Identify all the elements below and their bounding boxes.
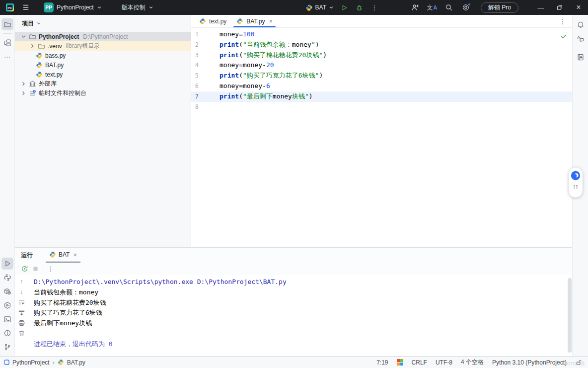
code-line-1[interactable]: 1money=100 bbox=[191, 29, 572, 40]
console-scrollbar[interactable] bbox=[568, 278, 572, 353]
inspections-ok-icon[interactable] bbox=[560, 33, 567, 40]
line-number[interactable]: 8 bbox=[191, 102, 199, 112]
code-line-3[interactable]: 3print("购买了棉花糖花费20块钱") bbox=[191, 50, 572, 61]
breadcrumb-project[interactable]: PythonProject bbox=[12, 359, 50, 366]
prev-occurrence-button[interactable]: ↑ bbox=[20, 277, 23, 285]
run-tab-label: BAT bbox=[59, 251, 70, 258]
encoding-widget[interactable]: UTF-8 bbox=[436, 359, 452, 366]
code-line-4[interactable]: 4money=money-20 bbox=[191, 60, 572, 71]
tree-item-.venv[interactable]: .venvlibrary根目录 bbox=[15, 41, 191, 51]
more-run-actions-button[interactable]: ⋮ bbox=[368, 1, 380, 13]
tree-item--[interactable]: 外部库 bbox=[15, 79, 191, 89]
vcs-widget[interactable]: 版本控制 bbox=[118, 1, 157, 13]
terminal-button[interactable] bbox=[1, 313, 13, 325]
line-number[interactable]: 1 bbox=[191, 29, 199, 40]
line-number[interactable]: 6 bbox=[191, 81, 199, 92]
tree-item--[interactable]: 临时文件和控制台 bbox=[15, 89, 191, 98]
caret-position[interactable]: 7:19 bbox=[376, 359, 388, 366]
code-line-8[interactable]: 8 bbox=[191, 102, 572, 112]
run-tab-close-icon[interactable]: × bbox=[72, 252, 77, 258]
settings-notification-dot bbox=[468, 3, 471, 6]
notifications-button[interactable] bbox=[575, 19, 587, 31]
interpreter-widget[interactable]: Python 3.10 (PythonProject) bbox=[492, 359, 567, 366]
breadcrumb-file[interactable]: BAT.py bbox=[67, 359, 85, 366]
line-number[interactable]: 7 bbox=[191, 92, 199, 102]
debug-button[interactable] bbox=[354, 1, 366, 13]
problems-icon bbox=[3, 329, 11, 337]
indent-widget[interactable]: 4 个空格 bbox=[461, 358, 484, 367]
unlock-pro-button[interactable]: 解锁 Pro bbox=[481, 2, 518, 13]
editor-tab-text.py[interactable]: text.py bbox=[194, 15, 231, 27]
search-everywhere-button[interactable] bbox=[443, 1, 455, 13]
editor-tabs: text.pyBAT.py× bbox=[194, 15, 278, 27]
tab-close-icon[interactable]: × bbox=[268, 18, 273, 24]
settings-button[interactable] bbox=[460, 1, 472, 13]
run-config-name: BAT bbox=[315, 4, 326, 11]
code-editor[interactable]: 1money=1002print("当前钱包余额：money")3print("… bbox=[191, 28, 572, 247]
project-tool-button[interactable] bbox=[1, 18, 13, 30]
restore-button[interactable] bbox=[550, 0, 569, 15]
chevron-down-icon[interactable] bbox=[36, 21, 41, 26]
version-control-button[interactable] bbox=[1, 341, 13, 353]
floating-assistant-button[interactable] bbox=[569, 168, 583, 197]
run-tool-button[interactable] bbox=[1, 258, 13, 270]
services-icon bbox=[3, 301, 11, 309]
soft-wrap-button[interactable] bbox=[18, 298, 25, 306]
close-button[interactable]: × bbox=[569, 0, 588, 15]
run-toolbar: ⋮ bbox=[15, 263, 572, 275]
input-method-icon[interactable] bbox=[397, 359, 403, 366]
chevron-down-icon bbox=[329, 5, 334, 10]
line-number[interactable]: 4 bbox=[191, 60, 199, 71]
dictionary-book-icon: A bbox=[577, 53, 585, 61]
code-with-me-button[interactable] bbox=[409, 1, 421, 13]
python-packages-button[interactable] bbox=[1, 285, 13, 297]
project-panel-title: 项目 bbox=[22, 19, 34, 28]
rerun-button[interactable] bbox=[21, 265, 28, 273]
pycharm-logo[interactable]: PC bbox=[4, 1, 16, 13]
tree-item-label: .venv bbox=[48, 43, 62, 50]
more-tools-button[interactable]: ⋯ bbox=[1, 51, 13, 63]
line-number[interactable]: 3 bbox=[191, 50, 199, 61]
code-line-7[interactable]: 7print("最后剩下money块钱") bbox=[191, 92, 572, 102]
line-separator-widget[interactable]: CRLF bbox=[412, 359, 427, 366]
minimize-button[interactable]: — bbox=[531, 0, 550, 15]
run-tool-icon bbox=[3, 260, 11, 268]
python-console-button[interactable] bbox=[1, 272, 13, 283]
tree-item-bass.py[interactable]: bass.py bbox=[15, 51, 191, 60]
problems-button[interactable] bbox=[1, 327, 13, 339]
code-line-2[interactable]: 2print("当前钱包余额：money") bbox=[191, 40, 572, 50]
editor-options-button[interactable]: ⋮ bbox=[559, 15, 572, 27]
editor-tab-BAT.py[interactable]: BAT.py× bbox=[231, 15, 278, 27]
run-tab-bat[interactable]: BAT × bbox=[46, 248, 80, 263]
left-tool-strip: ⋯ bbox=[0, 15, 15, 356]
code-line-5[interactable]: 5print("购买了巧克力花了6块钱") bbox=[191, 71, 572, 81]
run-button[interactable] bbox=[339, 1, 351, 13]
print-button[interactable] bbox=[18, 319, 25, 327]
run-panel-title: 运行 bbox=[21, 248, 33, 263]
folder-icon bbox=[3, 20, 11, 28]
next-occurrence-button[interactable]: ↓ bbox=[20, 287, 23, 296]
code-text: print("购买了巧克力花了6块钱") bbox=[199, 71, 323, 81]
tree-item-PythonProject[interactable]: PythonProjectD:\PythonProject bbox=[15, 32, 191, 41]
search-icon bbox=[445, 3, 453, 11]
run-config-selector[interactable]: BAT bbox=[303, 1, 336, 13]
main-menu-button[interactable]: ☰ bbox=[20, 1, 32, 13]
ai-assistant-button[interactable] bbox=[575, 33, 587, 45]
tree-item-text.py[interactable]: text.py bbox=[15, 70, 191, 79]
translate-button[interactable]: 文A bbox=[426, 1, 438, 13]
scroll-to-end-button[interactable] bbox=[18, 308, 25, 317]
drag-handle[interactable] bbox=[574, 185, 578, 188]
services-button[interactable] bbox=[1, 299, 13, 311]
tree-item-BAT.py[interactable]: BAT.py bbox=[15, 60, 191, 70]
code-text: print("购买了棉花糖花费20块钱") bbox=[199, 50, 327, 61]
project-widget[interactable]: PP PythonProject bbox=[40, 1, 106, 13]
console-output[interactable]: D:\PythonProject\.venv\Scripts\python.ex… bbox=[28, 275, 572, 356]
run-more-options-button[interactable]: ⋮ bbox=[47, 265, 54, 273]
code-line-6[interactable]: 6money=money-6 bbox=[191, 81, 572, 92]
line-number[interactable]: 5 bbox=[191, 71, 199, 81]
line-number[interactable]: 2 bbox=[191, 40, 199, 50]
clear-console-button[interactable] bbox=[18, 329, 25, 338]
translation-dictionary-button[interactable]: A bbox=[575, 51, 587, 63]
stop-button[interactable] bbox=[32, 266, 39, 272]
commit-tool-button[interactable] bbox=[1, 37, 13, 49]
